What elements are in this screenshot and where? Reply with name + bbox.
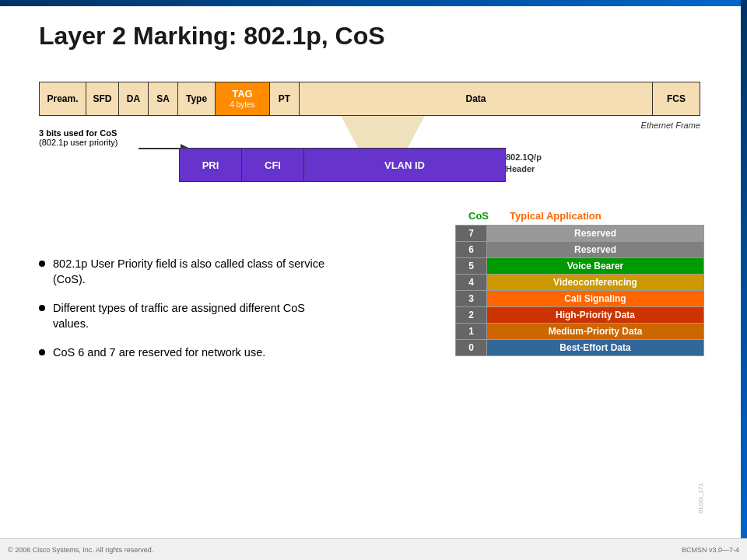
cos-table-header: CoS Typical Application bbox=[455, 210, 704, 222]
frame-box-data: Data bbox=[300, 82, 653, 115]
bullet-dot-3 bbox=[39, 349, 45, 355]
ethernet-frame-label: Ethernet Frame bbox=[641, 121, 700, 130]
cos-table: 7 Reserved 6 Reserved 5 Voice Bearer 4 V… bbox=[455, 225, 704, 356]
table-row: 0 Best-Effort Data bbox=[456, 340, 704, 356]
table-row: 3 Call Signaling bbox=[456, 291, 704, 307]
ethernet-frame: Pream. SFD DA SA Type TAG 4 bytes PT Dat… bbox=[39, 82, 700, 116]
page-title: Layer 2 Marking: 802.1p, CoS bbox=[39, 22, 385, 51]
cos-num: 2 bbox=[456, 307, 487, 324]
qp-box-vlan: VLAN ID bbox=[304, 149, 505, 181]
bullets-section: 802.1p User Priority field is also calle… bbox=[39, 257, 335, 375]
table-row: 7 Reserved bbox=[456, 226, 704, 242]
cos-num: 3 bbox=[456, 291, 487, 307]
cos-bits-line2: (802.1p user priority) bbox=[39, 138, 118, 147]
cos-num: 5 bbox=[456, 258, 487, 275]
bullet-text-1: 802.1p User Priority field is also calle… bbox=[53, 257, 335, 287]
bullet-item-3: CoS 6 and 7 are reserved for network use… bbox=[39, 345, 335, 361]
qp-header-diagram: PRI CFI VLAN ID 802.1Q/pHeader bbox=[179, 148, 700, 182]
cos-bits-description: 3 bits used for CoS (802.1p user priorit… bbox=[39, 128, 118, 147]
cos-app: Videoconferencing bbox=[487, 275, 704, 291]
bullet-item-2: Different types of traffic are assigned … bbox=[39, 301, 335, 331]
app-header: Typical Application bbox=[502, 210, 704, 222]
cos-app: Medium-Priority Data bbox=[487, 324, 704, 340]
table-row: 6 Reserved bbox=[456, 242, 704, 258]
frame-box-pream: Pream. bbox=[40, 82, 86, 115]
qp-boxes: PRI CFI VLAN ID bbox=[179, 148, 506, 182]
watermark: 01OG_171 bbox=[697, 483, 704, 513]
cos-app: Best-Effort Data bbox=[487, 340, 704, 356]
frame-box-type: Type bbox=[178, 82, 216, 115]
frame-box-fcs: FCS bbox=[653, 82, 700, 115]
cos-app: Reserved bbox=[487, 242, 704, 258]
bullet-text-3: CoS 6 and 7 are reserved for network use… bbox=[53, 345, 265, 361]
right-bar bbox=[741, 0, 747, 560]
top-bar bbox=[0, 0, 747, 6]
cos-header: CoS bbox=[455, 210, 502, 222]
frame-box-tag: TAG 4 bytes bbox=[216, 82, 270, 115]
qp-header-label: 802.1Q/pHeader bbox=[506, 152, 542, 176]
cos-num: 0 bbox=[456, 340, 487, 356]
frame-box-sa: SA bbox=[149, 82, 178, 115]
qp-box-pri: PRI bbox=[180, 149, 242, 181]
table-row: 4 Videoconferencing bbox=[456, 275, 704, 291]
bottom-bar: © 2006 Cisco Systems, Inc. All rights re… bbox=[0, 538, 747, 560]
frame-box-da: DA bbox=[119, 82, 149, 115]
frame-diagram: Pream. SFD DA SA Type TAG 4 bytes PT Dat… bbox=[39, 82, 700, 116]
slide: Layer 2 Marking: 802.1p, CoS Pream. SFD … bbox=[0, 0, 747, 560]
cos-app: Call Signaling bbox=[487, 291, 704, 307]
cos-app: Reserved bbox=[487, 226, 704, 242]
frame-box-pt: PT bbox=[270, 82, 300, 115]
tag-label: TAG bbox=[232, 88, 252, 100]
cos-num: 7 bbox=[456, 226, 487, 242]
cos-app: Voice Bearer bbox=[487, 258, 704, 275]
bullet-text-2: Different types of traffic are assigned … bbox=[53, 301, 335, 331]
bullet-item-1: 802.1p User Priority field is also calle… bbox=[39, 257, 335, 287]
table-row: 2 High-Priority Data bbox=[456, 307, 704, 324]
version-text: BCMSN v3.0—7-4 bbox=[682, 546, 739, 554]
bullet-dot-1 bbox=[39, 261, 45, 267]
table-row: 5 Voice Bearer bbox=[456, 258, 704, 275]
qp-box-cfi: CFI bbox=[242, 149, 304, 181]
cos-bits-line1: 3 bits used for CoS bbox=[39, 128, 118, 138]
copyright-text: © 2006 Cisco Systems, Inc. All rights re… bbox=[8, 546, 153, 554]
bullet-dot-2 bbox=[39, 305, 45, 311]
frame-box-sfd: SFD bbox=[86, 82, 119, 115]
cos-app: High-Priority Data bbox=[487, 307, 704, 324]
cos-num: 4 bbox=[456, 275, 487, 291]
cos-table-area: CoS Typical Application 7 Reserved 6 Res… bbox=[455, 210, 704, 356]
tag-sub: 4 bytes bbox=[230, 100, 254, 110]
cos-num: 6 bbox=[456, 242, 487, 258]
table-row: 1 Medium-Priority Data bbox=[456, 324, 704, 340]
cos-num: 1 bbox=[456, 324, 487, 340]
